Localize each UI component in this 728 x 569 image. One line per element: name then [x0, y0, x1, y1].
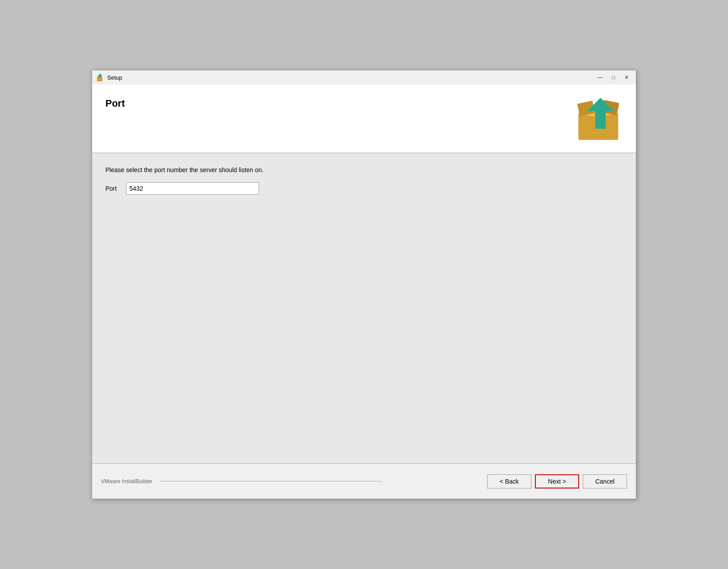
back-button[interactable]: < Back	[487, 474, 531, 488]
brand-text: VMware InstallBuilder	[101, 478, 152, 484]
footer-brand: VMware InstallBuilder	[101, 478, 382, 484]
close-button[interactable]: ✕	[621, 73, 632, 82]
svg-rect-0	[97, 77, 102, 81]
header-section: Port	[92, 85, 636, 153]
svg-rect-3	[99, 75, 101, 77]
title-bar-left: Setup	[96, 73, 122, 82]
port-row: Port	[105, 182, 623, 195]
footer: VMware InstallBuilder < Back Next > Canc…	[92, 463, 636, 499]
maximize-button[interactable]: □	[608, 73, 619, 82]
description-text: Please select the port number the server…	[105, 166, 623, 173]
header-logo	[574, 89, 627, 142]
title-bar-controls: — □ ✕	[594, 73, 632, 82]
page-title: Port	[105, 98, 125, 109]
footer-buttons: < Back Next > Cancel	[487, 474, 627, 488]
setup-window: Setup — □ ✕ Port Ple	[92, 70, 636, 499]
port-label: Port	[105, 185, 121, 192]
footer-divider	[160, 481, 382, 481]
main-content: Please select the port number the server…	[92, 153, 636, 463]
minimize-button[interactable]: —	[594, 73, 606, 82]
title-bar: Setup — □ ✕	[92, 70, 636, 85]
next-button[interactable]: Next >	[535, 474, 579, 488]
port-input[interactable]	[126, 182, 259, 195]
window-title: Setup	[107, 74, 122, 81]
cancel-button[interactable]: Cancel	[583, 474, 627, 488]
setup-box-icon	[574, 89, 627, 142]
app-icon	[96, 73, 105, 82]
